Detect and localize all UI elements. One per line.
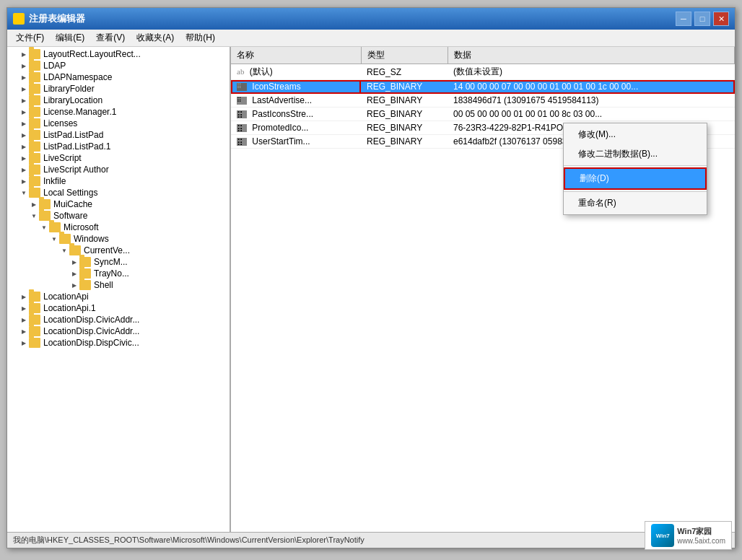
tree-arrow xyxy=(19,72,29,82)
watermark: Win7 Win7家园 www.5aixt.com xyxy=(645,521,732,550)
tree-label: License.Manager.1 xyxy=(43,107,116,117)
tree-label: Licenses xyxy=(43,118,77,128)
reg-type: REG_BINARY xyxy=(361,80,448,94)
folder-icon xyxy=(29,326,40,336)
tree-arrow xyxy=(69,268,79,279)
tree-item[interactable]: LiveScript Author xyxy=(9,164,228,175)
tree-item[interactable]: LocationDisp.CivicAddr... xyxy=(9,314,228,325)
tree-item[interactable]: LocationDisp.DispCivic... xyxy=(9,337,228,349)
folder-icon xyxy=(29,176,40,186)
tree-item[interactable]: Inkfile xyxy=(9,175,228,187)
table-row-iconstreams[interactable]: ⠿ IconStreams REG_BINARY 14 00 00 00 07 … xyxy=(231,80,735,94)
ctx-modify-binary[interactable]: 修改二进制数据(B)... xyxy=(564,144,707,164)
tree-label: ListPad.ListPad.1 xyxy=(43,141,110,152)
reg-name: ab (默认) xyxy=(231,64,361,80)
tree-arrow xyxy=(19,84,29,94)
tree-item-software[interactable]: Software xyxy=(9,210,228,222)
tree-arrow xyxy=(19,303,29,313)
tree-item-microsoft[interactable]: Microsoft xyxy=(9,222,228,233)
folder-icon xyxy=(29,95,40,105)
reg-type: REG_SZ xyxy=(361,64,448,80)
tree-item-currentversion[interactable]: CurrentVe... xyxy=(9,245,228,256)
tree-label: TrayNo... xyxy=(94,268,129,279)
folder-icon xyxy=(29,107,40,117)
maximize-button[interactable]: □ xyxy=(694,12,710,26)
reg-data: 14 00 00 00 07 00 00 00 01 00 01 00 1c 0… xyxy=(448,80,735,94)
tree-item[interactable]: LDAPNamespace xyxy=(9,71,228,83)
folder-icon xyxy=(69,245,81,255)
context-menu: 修改(M)... 修改二进制数据(B)... 删除(D) 重命名(R) xyxy=(563,123,707,215)
menu-view[interactable]: 查看(V) xyxy=(90,30,131,45)
statusbar: 我的电脑\HKEY_CLASSES_ROOT\Software\Microsof… xyxy=(7,532,735,548)
ctx-modify[interactable]: 修改(M)... xyxy=(564,125,707,144)
menu-help[interactable]: 帮助(H) xyxy=(180,30,221,45)
folder-icon xyxy=(29,153,40,163)
tree-item[interactable]: ListPad.ListPad xyxy=(9,129,228,141)
tree-label: LocationDisp.DispCivic... xyxy=(43,338,139,348)
watermark-url: www.5aixt.com xyxy=(677,537,725,545)
tree-arrow xyxy=(19,176,29,186)
menu-edit[interactable]: 编辑(E) xyxy=(50,30,90,45)
folder-icon xyxy=(29,338,40,348)
tree-arrow xyxy=(49,234,59,244)
folder-icon xyxy=(29,188,40,198)
ctx-delete[interactable]: 删除(D) xyxy=(564,167,707,190)
tree-item-trayno[interactable]: TrayNo... xyxy=(9,268,228,279)
tree-label: LocationDisp.CivicAddr... xyxy=(43,326,139,336)
tree-label: LDAP xyxy=(43,61,66,71)
tree-item[interactable]: License.Manager.1 xyxy=(9,106,228,118)
menu-favorites[interactable]: 收藏夹(A) xyxy=(131,30,180,45)
tree-item[interactable]: LibraryFolder xyxy=(9,83,228,95)
watermark-text: Win7家园 www.5aixt.com xyxy=(677,526,725,545)
reg-type-icon-bin: ⠿ xyxy=(237,83,247,91)
tree-item-shell[interactable]: Shell xyxy=(9,279,228,291)
col-type: 类型 xyxy=(361,47,448,64)
tree-label: ListPad.ListPad xyxy=(43,130,103,140)
table-row[interactable]: ⠿ LastAdvertise... REG_BINARY 1838496d71… xyxy=(231,94,735,108)
tree-item[interactable]: LDAP xyxy=(9,60,228,71)
tree-arrow xyxy=(19,141,29,152)
ctx-rename[interactable]: 重命名(R) xyxy=(564,193,707,213)
tree-arrow xyxy=(19,315,29,325)
minimize-button[interactable]: ─ xyxy=(676,12,691,26)
tree-item[interactable]: LiveScript xyxy=(9,152,228,164)
menu-file[interactable]: 文件(F) xyxy=(10,30,50,45)
reg-name: ⠿ LastAdvertise... xyxy=(231,94,361,108)
tree-arrow xyxy=(29,199,39,209)
window-controls: ─ □ ✕ xyxy=(676,12,729,26)
close-button[interactable]: ✕ xyxy=(713,12,729,26)
tree-label: LiveScript xyxy=(43,153,82,163)
tree-label: LocationApi.1 xyxy=(43,303,96,313)
tree-arrow xyxy=(19,49,29,59)
main-content: LayoutRect.LayoutRect... LDAP LDAPNamesp… xyxy=(7,47,735,532)
folder-icon xyxy=(29,118,40,128)
table-row[interactable]: ⠿ PastIconsStre... REG_BINARY 00 05 00 0… xyxy=(231,108,735,121)
table-row[interactable]: ab (默认) REG_SZ (数值未设置) xyxy=(231,64,735,80)
tree-item[interactable]: Licenses xyxy=(9,118,228,129)
tree-panel[interactable]: LayoutRect.LayoutRect... LDAP LDAPNamesp… xyxy=(7,47,231,532)
tree-item-windows[interactable]: Windows xyxy=(9,233,228,245)
tree-item[interactable]: LocationApi.1 xyxy=(9,302,228,314)
tree-label: Shell xyxy=(94,280,113,290)
tree-item[interactable]: LocationDisp.CivicAddr... xyxy=(9,325,228,337)
tree-item[interactable]: LayoutRect.LayoutRect... xyxy=(9,48,228,60)
tree-label: Local Settings xyxy=(43,188,97,198)
tree-arrow xyxy=(19,153,29,163)
tree-label: CurrentVe... xyxy=(84,245,130,255)
tree-item[interactable]: ListPad.ListPad.1 xyxy=(9,141,228,152)
folder-icon xyxy=(79,257,91,267)
tree-label: LiveScript Author xyxy=(43,165,109,175)
tree-arrow xyxy=(19,107,29,117)
tree-label: LibraryLocation xyxy=(43,95,102,105)
reg-type-icon-ab: ab xyxy=(237,67,244,76)
folder-icon xyxy=(29,61,40,71)
registry-panel: 名称 类型 数据 ab (默认) REG_SZ (数值未设置) xyxy=(231,47,735,532)
tree-label: Software xyxy=(53,211,87,221)
tree-item[interactable]: LibraryLocation xyxy=(9,95,228,106)
tree-label: MuiCache xyxy=(53,199,92,209)
tree-item-syncm[interactable]: SyncM... xyxy=(9,256,228,268)
tree-label: Inkfile xyxy=(43,176,66,186)
folder-icon xyxy=(29,49,40,59)
tree-label: LocationDisp.CivicAddr... xyxy=(43,315,139,325)
tree-item[interactable]: LocationApi xyxy=(9,291,228,302)
